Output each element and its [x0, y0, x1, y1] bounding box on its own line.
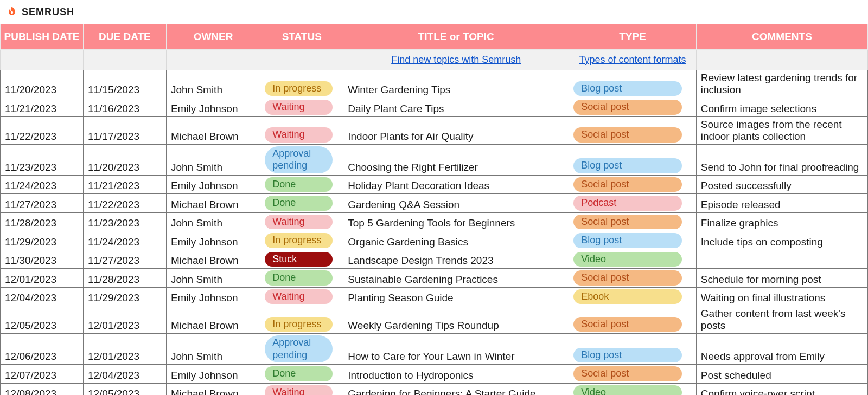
title-cell[interactable]: Gardening Q&A Session: [343, 194, 569, 213]
col-publish-date[interactable]: PUBLISH DATE: [1, 24, 84, 50]
due-date-cell[interactable]: 12/01/2023: [83, 306, 166, 334]
publish-date-cell[interactable]: 11/23/2023: [1, 144, 84, 175]
owner-cell[interactable]: John Smith: [166, 212, 260, 231]
status-cell[interactable]: Waiting: [260, 116, 343, 144]
title-cell[interactable]: Holiday Plant Decoration Ideas: [343, 175, 569, 194]
owner-cell[interactable]: Michael Brown: [166, 306, 260, 334]
col-status[interactable]: STATUS: [260, 24, 343, 50]
owner-cell[interactable]: Michael Brown: [166, 383, 260, 395]
type-cell[interactable]: Blog post: [569, 231, 697, 250]
publish-date-cell[interactable]: 12/04/2023: [1, 287, 84, 306]
owner-cell[interactable]: Michael Brown: [166, 250, 260, 269]
status-cell[interactable]: Done: [260, 365, 343, 384]
title-cell[interactable]: Gardening for Beginners: A Starter Guide: [343, 383, 569, 395]
type-cell[interactable]: Podcast: [569, 194, 697, 213]
comments-cell[interactable]: Waiting on final illustrations: [696, 287, 867, 306]
owner-cell[interactable]: Emily Johnson: [166, 365, 260, 384]
helper-cell[interactable]: [1, 50, 84, 70]
owner-cell[interactable]: John Smith: [166, 269, 260, 288]
comments-cell[interactable]: Include tips on composting: [696, 231, 867, 250]
due-date-cell[interactable]: 11/29/2023: [83, 287, 166, 306]
title-cell[interactable]: Choosing the Right Fertilizer: [343, 144, 569, 175]
due-date-cell[interactable]: 12/01/2023: [83, 334, 166, 365]
status-cell[interactable]: Approval pending: [260, 334, 343, 365]
title-cell[interactable]: How to Care for Your Lawn in Winter: [343, 334, 569, 365]
due-date-cell[interactable]: 11/28/2023: [83, 269, 166, 288]
comments-cell[interactable]: Episode released: [696, 194, 867, 213]
title-cell[interactable]: Sustainable Gardening Practices: [343, 269, 569, 288]
status-cell[interactable]: Approval pending: [260, 144, 343, 175]
due-date-cell[interactable]: 11/17/2023: [83, 116, 166, 144]
owner-cell[interactable]: John Smith: [166, 334, 260, 365]
publish-date-cell[interactable]: 12/05/2023: [1, 306, 84, 334]
title-cell[interactable]: Top 5 Gardening Tools for Beginners: [343, 212, 569, 231]
helper-cell[interactable]: [260, 50, 343, 70]
helper-cell[interactable]: [696, 50, 867, 70]
type-cell[interactable]: Social post: [569, 175, 697, 194]
publish-date-cell[interactable]: 11/28/2023: [1, 212, 84, 231]
type-cell[interactable]: Social post: [569, 212, 697, 231]
title-cell[interactable]: Introduction to Hydroponics: [343, 365, 569, 384]
publish-date-cell[interactable]: 11/30/2023: [1, 250, 84, 269]
type-cell[interactable]: Social post: [569, 306, 697, 334]
publish-date-cell[interactable]: 12/07/2023: [1, 365, 84, 384]
title-cell[interactable]: Daily Plant Care Tips: [343, 98, 569, 117]
owner-cell[interactable]: Emily Johnson: [166, 175, 260, 194]
find-topics-link[interactable]: Find new topics with Semrush: [391, 54, 521, 65]
type-cell[interactable]: Social post: [569, 98, 697, 117]
publish-date-cell[interactable]: 12/01/2023: [1, 269, 84, 288]
publish-date-cell[interactable]: 12/08/2023: [1, 383, 84, 395]
type-cell[interactable]: Video: [569, 383, 697, 395]
col-comments[interactable]: COMMENTS: [696, 24, 867, 50]
publish-date-cell[interactable]: 11/24/2023: [1, 175, 84, 194]
publish-date-cell[interactable]: 11/29/2023: [1, 231, 84, 250]
type-cell[interactable]: Social post: [569, 269, 697, 288]
status-cell[interactable]: Waiting: [260, 287, 343, 306]
due-date-cell[interactable]: 11/22/2023: [83, 194, 166, 213]
publish-date-cell[interactable]: 11/27/2023: [1, 194, 84, 213]
type-cell[interactable]: Social post: [569, 365, 697, 384]
title-cell[interactable]: Weekly Gardening Tips Roundup: [343, 306, 569, 334]
comments-cell[interactable]: Schedule for morning post: [696, 269, 867, 288]
type-cell[interactable]: Blog post: [569, 334, 697, 365]
publish-date-cell[interactable]: 11/22/2023: [1, 116, 84, 144]
due-date-cell[interactable]: 11/15/2023: [83, 70, 166, 98]
publish-date-cell[interactable]: 11/21/2023: [1, 98, 84, 117]
status-cell[interactable]: In progress: [260, 306, 343, 334]
due-date-cell[interactable]: 11/27/2023: [83, 250, 166, 269]
title-cell[interactable]: Indoor Plants for Air Quality: [343, 116, 569, 144]
comments-cell[interactable]: Post scheduled: [696, 365, 867, 384]
comments-cell[interactable]: Send to John for final proofreading: [696, 144, 867, 175]
due-date-cell[interactable]: 12/05/2023: [83, 383, 166, 395]
type-cell[interactable]: Social post: [569, 116, 697, 144]
owner-cell[interactable]: Michael Brown: [166, 116, 260, 144]
col-owner[interactable]: OWNER: [166, 24, 260, 50]
comments-cell[interactable]: Confirm voice-over script: [696, 383, 867, 395]
status-cell[interactable]: Done: [260, 175, 343, 194]
title-cell[interactable]: Planting Season Guide: [343, 287, 569, 306]
due-date-cell[interactable]: 11/21/2023: [83, 175, 166, 194]
status-cell[interactable]: Stuck: [260, 250, 343, 269]
col-due-date[interactable]: DUE DATE: [83, 24, 166, 50]
owner-cell[interactable]: Michael Brown: [166, 194, 260, 213]
col-title[interactable]: TITLE or TOPIC: [343, 24, 569, 50]
comments-cell[interactable]: Review latest gardening trends for inclu…: [696, 70, 867, 98]
status-cell[interactable]: Waiting: [260, 383, 343, 395]
helper-topics-cell[interactable]: Find new topics with Semrush: [343, 50, 569, 70]
due-date-cell[interactable]: 11/16/2023: [83, 98, 166, 117]
owner-cell[interactable]: John Smith: [166, 70, 260, 98]
type-cell[interactable]: Blog post: [569, 144, 697, 175]
comments-cell[interactable]: Finalize graphics: [696, 212, 867, 231]
type-cell[interactable]: Blog post: [569, 70, 697, 98]
owner-cell[interactable]: Emily Johnson: [166, 231, 260, 250]
title-cell[interactable]: Organic Gardening Basics: [343, 231, 569, 250]
owner-cell[interactable]: Emily Johnson: [166, 287, 260, 306]
due-date-cell[interactable]: 11/23/2023: [83, 212, 166, 231]
status-cell[interactable]: Waiting: [260, 212, 343, 231]
type-cell[interactable]: Ebook: [569, 287, 697, 306]
status-cell[interactable]: Waiting: [260, 98, 343, 117]
status-cell[interactable]: Done: [260, 194, 343, 213]
type-cell[interactable]: Video: [569, 250, 697, 269]
publish-date-cell[interactable]: 11/20/2023: [1, 70, 84, 98]
status-cell[interactable]: In progress: [260, 231, 343, 250]
